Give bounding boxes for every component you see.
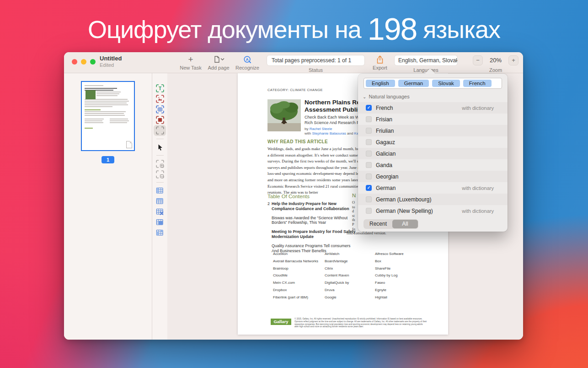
language-name: Galician [376, 151, 508, 157]
checkbox-checked[interactable]: ✓ [366, 185, 372, 191]
zoom-control: − 20% + [473, 55, 519, 66]
company-name: Content Raven [325, 273, 375, 281]
cursor-icon[interactable] [154, 142, 166, 152]
language-row[interactable]: Frisian [358, 114, 508, 125]
fullscreen-button[interactable] [90, 59, 96, 65]
picture-area-icon[interactable] [154, 93, 166, 104]
companies-table: AccellionAirWatchAlfresco SoftwareAverai… [273, 252, 431, 303]
export-button[interactable]: Export [368, 54, 392, 70]
remove-cells-icon[interactable] [154, 206, 166, 217]
company-name: BoardVantage [325, 259, 375, 266]
company-name: Accellion [273, 252, 325, 259]
checkbox-checked[interactable]: ✓ [366, 105, 372, 111]
language-row[interactable]: ✓Germanwith dictionary [358, 182, 508, 194]
company-name: Faseo [375, 281, 431, 288]
checkbox-unchecked[interactable] [366, 151, 372, 157]
add-to-area-icon[interactable] [154, 158, 166, 169]
add-page-button[interactable]: Add page [203, 54, 234, 70]
merge-cells-icon[interactable] [154, 217, 166, 227]
background-picture-icon[interactable] [154, 114, 166, 125]
chevron-down-icon: ⌄ [363, 94, 366, 99]
all-tab[interactable]: All [392, 220, 418, 228]
company-name: Google [325, 295, 375, 303]
selected-languages-field[interactable]: EnglishGermanSlovakFrench [363, 78, 502, 89]
tool-separator [156, 139, 164, 139]
checkbox-unchecked[interactable] [366, 208, 372, 214]
language-row[interactable]: Gagauz [358, 136, 508, 148]
company-name: Citrix [325, 266, 375, 274]
body-line: Weddings, dads, and grads make June a jo… [267, 146, 373, 152]
body-line: surveys and publishes reports throughout… [267, 165, 373, 171]
checkbox-unchecked[interactable] [366, 128, 372, 134]
subtract-from-area-icon[interactable] [154, 169, 166, 179]
split-rows-icon[interactable] [154, 196, 166, 206]
page-number-badge: 1 [102, 156, 114, 163]
recent-all-segmented-control: Recent All [363, 219, 418, 229]
company-name: CloudMe [273, 273, 325, 281]
company-name: Box [375, 259, 431, 266]
checkbox-unchecked[interactable] [366, 162, 372, 168]
natural-languages-section[interactable]: ⌄Natural languages [363, 94, 410, 99]
company-name: Mein CX.com [273, 281, 325, 288]
zoom-in-button[interactable]: + [508, 55, 519, 65]
language-name: French [376, 105, 462, 111]
language-list: ✓Frenchwith dictionaryFrisianFriulianGag… [358, 102, 508, 216]
window-title-block: Untitled Edited [100, 55, 122, 68]
checkbox-unchecked[interactable] [366, 116, 372, 122]
body-line: and more on attracting former residents … [267, 177, 373, 184]
company-name: Egnyte [375, 288, 431, 295]
app-window: Untitled Edited + New Task Add page A Re… [64, 52, 523, 340]
language-row[interactable]: Galician [358, 148, 508, 159]
company-name: Alfresco Software [375, 252, 431, 259]
zoom-out-button[interactable]: − [473, 55, 483, 65]
company-name: Dropbox [273, 288, 325, 295]
popover-footer: Recent All [358, 216, 508, 232]
dictionary-note: with dictionary [462, 208, 494, 214]
new-task-button[interactable]: + New Task [174, 54, 208, 70]
language-row[interactable]: German (New Spelling)with dictionary [358, 205, 508, 216]
recent-tab[interactable]: Recent [364, 220, 392, 228]
article-body: Weddings, dads, and grads make June a jo… [267, 146, 373, 196]
language-name: Friulian [376, 128, 508, 134]
table-area-icon[interactable] [154, 104, 166, 114]
checkbox-unchecked[interactable] [366, 173, 372, 179]
company-name: AirWatch [325, 252, 375, 259]
language-tag[interactable]: French [463, 80, 492, 87]
body-line: a different reason altogether. It's when… [267, 152, 373, 159]
language-row[interactable]: German (Luxembourg) [358, 194, 508, 205]
body-line: Economic Research Service visited 21 rur… [267, 184, 373, 190]
checkbox-unchecked[interactable] [366, 139, 372, 145]
publisher-logo: Gallary [271, 319, 291, 325]
recognition-area-icon[interactable] [154, 125, 166, 136]
toc-heading: Table Of Contents [267, 194, 310, 199]
languages-field[interactable]: English, German, Slovak, Fren... [394, 55, 458, 66]
language-row[interactable]: Friulian [358, 125, 508, 136]
language-tag[interactable]: English [366, 80, 395, 87]
language-row[interactable]: ✓Frenchwith dictionary [358, 102, 508, 114]
languages-popover: EnglishGermanSlovakFrench ⌄Natural langu… [358, 74, 508, 232]
minimize-button[interactable] [81, 59, 86, 65]
page-thumbnail[interactable] [81, 81, 135, 151]
author-link: Rachel Steele [310, 127, 332, 131]
why-read-heading: WHY READ THIS ARTICLE [267, 139, 328, 144]
language-row[interactable]: Ganda [358, 159, 508, 171]
second-column-last-line: find consolidated version. [347, 231, 386, 235]
add-page-icon [203, 54, 234, 65]
recognize-button[interactable]: A Recognize [232, 54, 262, 70]
company-name: DigitalQuick by [325, 281, 375, 288]
toc-list: 2Help the Industry Prepare for NewCompli… [267, 201, 366, 258]
language-tag[interactable]: Slovak [432, 80, 460, 87]
split-columns-icon[interactable] [154, 185, 166, 196]
close-button[interactable] [72, 59, 77, 65]
text-area-icon[interactable]: T [154, 83, 166, 93]
thumbnail-panel: 1 [64, 73, 152, 340]
toc-item: 2Help the Industry Prepare for NewCompli… [267, 201, 366, 211]
export-icon [368, 54, 392, 65]
window-subtitle: Edited [100, 62, 122, 68]
language-row[interactable]: Georgian [358, 171, 508, 182]
author-link: Stephanie Balaouras [312, 131, 346, 135]
split-cells-icon[interactable] [154, 227, 166, 238]
language-tag[interactable]: German [398, 80, 429, 87]
language-name: Georgian [376, 173, 508, 180]
checkbox-unchecked[interactable] [366, 196, 372, 202]
